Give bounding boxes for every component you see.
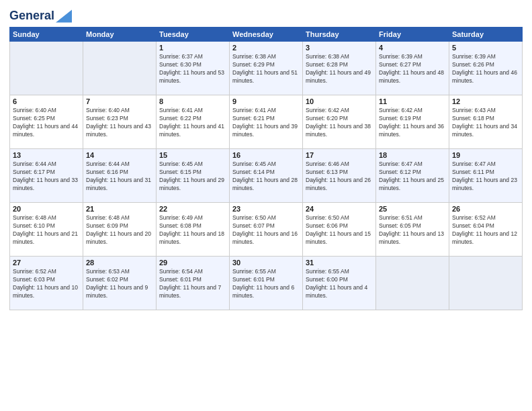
day-number: 26: [452, 205, 519, 213]
calendar-cell: 10Sunrise: 6:42 AM Sunset: 6:20 PM Dayli…: [303, 95, 376, 149]
day-number: 17: [306, 151, 373, 159]
day-number: 18: [379, 151, 446, 159]
calendar-cell: 26Sunrise: 6:52 AM Sunset: 6:04 PM Dayli…: [449, 203, 523, 257]
day-info: Sunrise: 6:45 AM Sunset: 6:14 PM Dayligh…: [232, 161, 300, 193]
day-info: Sunrise: 6:48 AM Sunset: 6:09 PM Dayligh…: [86, 214, 153, 246]
day-number: 30: [232, 259, 300, 267]
calendar-week-row: 27Sunrise: 6:52 AM Sunset: 6:03 PM Dayli…: [10, 257, 523, 310]
day-info: Sunrise: 6:53 AM Sunset: 6:02 PM Dayligh…: [86, 268, 153, 300]
day-info: Sunrise: 6:45 AM Sunset: 6:15 PM Dayligh…: [159, 161, 226, 193]
calendar-cell: 21Sunrise: 6:48 AM Sunset: 6:09 PM Dayli…: [83, 203, 157, 257]
day-info: Sunrise: 6:44 AM Sunset: 6:17 PM Dayligh…: [13, 161, 80, 193]
calendar-cell: 20Sunrise: 6:48 AM Sunset: 6:10 PM Dayli…: [10, 203, 83, 257]
day-number: 25: [379, 205, 446, 213]
calendar-cell: 31Sunrise: 6:55 AM Sunset: 6:00 PM Dayli…: [303, 257, 376, 310]
calendar-cell: [449, 257, 523, 310]
calendar-cell: 23Sunrise: 6:50 AM Sunset: 6:07 PM Dayli…: [230, 203, 303, 257]
col-header-saturday: Saturday: [449, 28, 523, 42]
day-info: Sunrise: 6:54 AM Sunset: 6:01 PM Dayligh…: [159, 268, 226, 300]
day-number: 16: [232, 151, 300, 159]
calendar-cell: 11Sunrise: 6:42 AM Sunset: 6:19 PM Dayli…: [376, 95, 449, 149]
day-number: 5: [452, 44, 519, 52]
day-info: Sunrise: 6:47 AM Sunset: 6:11 PM Dayligh…: [452, 161, 519, 193]
day-info: Sunrise: 6:52 AM Sunset: 6:03 PM Dayligh…: [13, 268, 80, 300]
day-number: 7: [86, 97, 153, 105]
calendar-cell: 24Sunrise: 6:50 AM Sunset: 6:06 PM Dayli…: [303, 203, 376, 257]
day-info: Sunrise: 6:55 AM Sunset: 6:01 PM Dayligh…: [232, 268, 300, 300]
col-header-wednesday: Wednesday: [230, 28, 303, 42]
logo-icon: [56, 9, 72, 23]
calendar-cell: 2Sunrise: 6:38 AM Sunset: 6:29 PM Daylig…: [230, 42, 303, 95]
day-info: Sunrise: 6:48 AM Sunset: 6:10 PM Dayligh…: [13, 214, 80, 246]
calendar-cell: 29Sunrise: 6:54 AM Sunset: 6:01 PM Dayli…: [157, 257, 230, 310]
day-number: 21: [86, 205, 153, 213]
calendar-week-row: 20Sunrise: 6:48 AM Sunset: 6:10 PM Dayli…: [10, 203, 523, 257]
day-info: Sunrise: 6:40 AM Sunset: 6:23 PM Dayligh…: [86, 107, 153, 139]
day-number: 11: [379, 97, 446, 105]
day-number: 31: [306, 259, 373, 267]
day-number: 22: [159, 205, 226, 213]
day-info: Sunrise: 6:52 AM Sunset: 6:04 PM Dayligh…: [452, 214, 519, 246]
calendar-cell: 14Sunrise: 6:44 AM Sunset: 6:16 PM Dayli…: [83, 149, 157, 203]
calendar-cell: 7Sunrise: 6:40 AM Sunset: 6:23 PM Daylig…: [83, 95, 157, 149]
calendar-cell: 28Sunrise: 6:53 AM Sunset: 6:02 PM Dayli…: [83, 257, 157, 310]
day-info: Sunrise: 6:44 AM Sunset: 6:16 PM Dayligh…: [86, 161, 153, 193]
col-header-thursday: Thursday: [303, 28, 376, 42]
day-info: Sunrise: 6:37 AM Sunset: 6:30 PM Dayligh…: [159, 53, 226, 85]
day-info: Sunrise: 6:49 AM Sunset: 6:08 PM Dayligh…: [159, 214, 226, 246]
logo: General: [9, 9, 72, 23]
calendar-week-row: 13Sunrise: 6:44 AM Sunset: 6:17 PM Dayli…: [10, 149, 523, 203]
day-info: Sunrise: 6:38 AM Sunset: 6:29 PM Dayligh…: [232, 53, 300, 85]
page: General SundayMondayTuesdayWednesdayThur…: [0, 0, 532, 411]
calendar-cell: 3Sunrise: 6:38 AM Sunset: 6:28 PM Daylig…: [303, 42, 376, 95]
calendar-cell: 17Sunrise: 6:46 AM Sunset: 6:13 PM Dayli…: [303, 149, 376, 203]
day-info: Sunrise: 6:43 AM Sunset: 6:18 PM Dayligh…: [452, 107, 519, 139]
calendar-week-row: 6Sunrise: 6:40 AM Sunset: 6:25 PM Daylig…: [10, 95, 523, 149]
day-info: Sunrise: 6:50 AM Sunset: 6:06 PM Dayligh…: [306, 214, 373, 246]
calendar-cell: 18Sunrise: 6:47 AM Sunset: 6:12 PM Dayli…: [376, 149, 449, 203]
day-info: Sunrise: 6:46 AM Sunset: 6:13 PM Dayligh…: [306, 161, 373, 193]
day-info: Sunrise: 6:38 AM Sunset: 6:28 PM Dayligh…: [306, 53, 373, 85]
day-info: Sunrise: 6:39 AM Sunset: 6:26 PM Dayligh…: [452, 53, 519, 85]
calendar-cell: 22Sunrise: 6:49 AM Sunset: 6:08 PM Dayli…: [157, 203, 230, 257]
day-info: Sunrise: 6:47 AM Sunset: 6:12 PM Dayligh…: [379, 161, 446, 193]
day-info: Sunrise: 6:39 AM Sunset: 6:27 PM Dayligh…: [379, 53, 446, 85]
day-number: 2: [232, 44, 300, 52]
calendar-cell: 4Sunrise: 6:39 AM Sunset: 6:27 PM Daylig…: [376, 42, 449, 95]
header: General: [9, 7, 523, 23]
day-number: 19: [452, 151, 519, 159]
day-number: 27: [13, 259, 80, 267]
day-number: 28: [86, 259, 153, 267]
day-info: Sunrise: 6:50 AM Sunset: 6:07 PM Dayligh…: [232, 214, 300, 246]
day-number: 4: [379, 44, 446, 52]
day-number: 15: [159, 151, 226, 159]
calendar-cell: [83, 42, 157, 95]
calendar-cell: 1Sunrise: 6:37 AM Sunset: 6:30 PM Daylig…: [157, 42, 230, 95]
calendar-cell: 8Sunrise: 6:41 AM Sunset: 6:22 PM Daylig…: [157, 95, 230, 149]
calendar-cell: 5Sunrise: 6:39 AM Sunset: 6:26 PM Daylig…: [449, 42, 523, 95]
col-header-friday: Friday: [376, 28, 449, 42]
col-header-tuesday: Tuesday: [157, 28, 230, 42]
day-info: Sunrise: 6:41 AM Sunset: 6:22 PM Dayligh…: [159, 107, 226, 139]
day-number: 8: [159, 97, 226, 105]
day-number: 24: [306, 205, 373, 213]
day-info: Sunrise: 6:42 AM Sunset: 6:19 PM Dayligh…: [379, 107, 446, 139]
day-number: 14: [86, 151, 153, 159]
day-number: 6: [13, 97, 80, 105]
day-info: Sunrise: 6:42 AM Sunset: 6:20 PM Dayligh…: [306, 107, 373, 139]
day-info: Sunrise: 6:41 AM Sunset: 6:21 PM Dayligh…: [232, 107, 300, 139]
day-number: 12: [452, 97, 519, 105]
svg-marker-0: [56, 9, 72, 22]
calendar-cell: 19Sunrise: 6:47 AM Sunset: 6:11 PM Dayli…: [449, 149, 523, 203]
calendar-cell: 9Sunrise: 6:41 AM Sunset: 6:21 PM Daylig…: [230, 95, 303, 149]
col-header-sunday: Sunday: [10, 28, 83, 42]
day-number: 1: [159, 44, 226, 52]
calendar-cell: 16Sunrise: 6:45 AM Sunset: 6:14 PM Dayli…: [230, 149, 303, 203]
day-number: 29: [159, 259, 226, 267]
col-header-monday: Monday: [83, 28, 157, 42]
calendar-cell: 12Sunrise: 6:43 AM Sunset: 6:18 PM Dayli…: [449, 95, 523, 149]
day-info: Sunrise: 6:55 AM Sunset: 6:00 PM Dayligh…: [306, 268, 373, 300]
calendar-header-row: SundayMondayTuesdayWednesdayThursdayFrid…: [10, 28, 523, 42]
day-info: Sunrise: 6:40 AM Sunset: 6:25 PM Dayligh…: [13, 107, 80, 139]
calendar-cell: 25Sunrise: 6:51 AM Sunset: 6:05 PM Dayli…: [376, 203, 449, 257]
